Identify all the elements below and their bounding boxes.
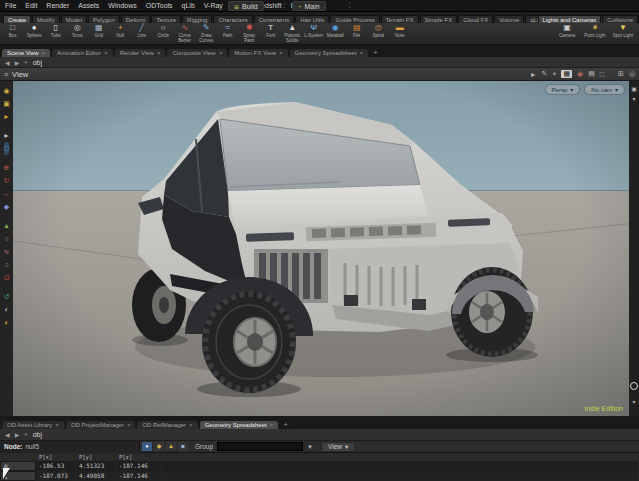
tab-geometry-spreadsheet-bottom[interactable]: Geometry Spreadsheet× (200, 421, 279, 429)
detail-mode-icon[interactable]: ■ (178, 442, 188, 451)
truck-model[interactable] (130, 99, 570, 404)
tab-composite-view[interactable]: Composite View× (167, 49, 227, 57)
box-tool[interactable]: □Box (2, 23, 24, 44)
torus-tool[interactable]: ◎Torus (67, 23, 89, 44)
paint-tool-icon[interactable]: ○ (4, 232, 8, 245)
display-toggle-icon[interactable]: ▣ (631, 84, 637, 94)
back-icon[interactable]: ◀ (5, 59, 10, 66)
note-tool[interactable]: ▬Note (389, 23, 411, 44)
shelf-tab-volume[interactable]: Volume (494, 15, 524, 23)
new-tab-icon[interactable]: + (370, 48, 381, 57)
box-select-icon[interactable]: □ (4, 142, 8, 155)
camera-home-icon[interactable]: ◎ (629, 70, 635, 78)
points-mode-icon[interactable]: ● (142, 442, 152, 451)
close-icon[interactable]: × (157, 50, 161, 56)
select-tool-icon[interactable]: ► (3, 129, 10, 142)
menu-vray[interactable]: V-Ray (204, 2, 223, 9)
grab-tool-icon[interactable]: ◐ (4, 316, 8, 329)
close-icon[interactable]: × (279, 50, 283, 56)
file-tool[interactable]: ▤File (346, 23, 368, 44)
menu-render[interactable]: Render (46, 2, 69, 9)
shelf-tab-simple-fx[interactable]: Simple FX (420, 15, 458, 23)
grid-tool[interactable]: ▦Grid (88, 23, 110, 44)
menu-windows[interactable]: Windows (108, 2, 136, 9)
lsystem-tool[interactable]: ΨL-System (303, 23, 325, 44)
vertices-mode-icon[interactable]: ◆ (154, 442, 164, 451)
spray-paint-tool[interactable]: ✱Spray Paint (239, 23, 261, 44)
magnet-tool-icon[interactable]: Ω (4, 271, 9, 284)
viewport-menu[interactable]: View (12, 70, 28, 79)
close-icon[interactable]: × (219, 50, 223, 56)
pz-column-header[interactable]: P[z] (116, 453, 162, 461)
menu-assets[interactable]: Assets (78, 2, 99, 9)
network-path[interactable]: obj (33, 59, 42, 66)
group-input[interactable] (217, 442, 303, 451)
close-icon[interactable]: × (360, 50, 364, 56)
close-icon[interactable]: × (270, 422, 274, 428)
pen-icon[interactable]: ✎ (542, 70, 548, 78)
shaded-view-icon[interactable]: ▦ (561, 70, 572, 78)
line-tool[interactable]: ╱Line (131, 23, 153, 44)
curve-bezier-tool[interactable]: ∿Curve Bezier (174, 23, 196, 44)
shelf-tab-create[interactable]: Create (3, 15, 31, 23)
shelf-tab-polygon[interactable]: Polygon (88, 15, 120, 23)
spreadsheet-path[interactable]: obj (33, 431, 42, 438)
main-desktop-button[interactable]: + Main (292, 1, 326, 11)
table-row[interactable]: 0 -186.53 4.51323 -187.146 (0, 461, 639, 471)
spot-light-tool[interactable]: ▼Spot Light (609, 23, 637, 45)
font-tool[interactable]: TFont (260, 23, 282, 44)
pane-menu-icon[interactable]: ≡ (4, 71, 8, 78)
tab-render-view[interactable]: Render View× (115, 49, 166, 57)
menu-odtools[interactable]: ODTools (146, 2, 173, 9)
camera-menu[interactable]: No cam ▾ (584, 84, 625, 95)
pin-icon[interactable]: ⌖ (24, 59, 27, 66)
shelf-tab-lights-cameras[interactable]: Lights and Cameras (538, 15, 602, 23)
draw-curves-tool[interactable]: ✎Draw Curves (196, 23, 218, 44)
tab-od-refmanager[interactable]: OD RefManager× (137, 421, 197, 429)
sphere-tool[interactable]: ●Sphere (24, 23, 46, 44)
desktop-build-button[interactable]: ⊞ Build (228, 1, 264, 11)
filter-icon[interactable]: ▼ (307, 444, 313, 450)
shelf-tab-cloud-fx[interactable]: Cloud FX (458, 15, 493, 23)
path-tool[interactable]: ≈Path (217, 23, 239, 44)
snapshot-icon[interactable]: ▣ (3, 97, 10, 110)
render-view-icon[interactable]: ◉ (577, 70, 583, 78)
shelf-tab-modify[interactable]: Modify (32, 15, 60, 23)
select-arrow-icon[interactable]: ► (530, 71, 537, 78)
close-icon[interactable]: × (42, 50, 46, 56)
display-options-icon[interactable]: □ (600, 71, 604, 78)
shelf-tab-characters[interactable]: Characters (213, 15, 252, 23)
tab-motion-fx-view[interactable]: Motion FX View× (229, 49, 287, 57)
tab-od-projectmanager[interactable]: OD ProjectManager× (66, 421, 136, 429)
display-options-button[interactable]: ▾ (629, 382, 639, 408)
tab-od-asset-library[interactable]: OD Asset Library× (2, 421, 64, 429)
shelf-tab-texture[interactable]: Texture (151, 15, 181, 23)
px-column-header[interactable]: P[x] (36, 453, 76, 461)
shelf-tab-deform[interactable]: Deform (121, 15, 151, 23)
comb-tool-icon[interactable]: ∿ (4, 245, 10, 258)
null-tool[interactable]: +Null (110, 23, 132, 44)
metaball-tool[interactable]: ◉Metaball (325, 23, 347, 44)
menu-qlib[interactable]: qLib (182, 2, 195, 9)
shelf-tab-collisions[interactable]: Collisions (602, 15, 638, 23)
primitives-mode-icon[interactable]: ▲ (166, 442, 176, 451)
smooth-tool-icon[interactable]: ○ (4, 258, 8, 271)
view-dropdown-button[interactable]: View ▾ (321, 442, 355, 452)
view-tool-icon[interactable]: ◉ (3, 84, 9, 97)
back-icon[interactable]: ◀ (5, 431, 10, 438)
frame-all-icon[interactable]: ⊞ (618, 70, 624, 78)
close-icon[interactable]: × (127, 422, 131, 428)
shelf-tab-terrain-fx[interactable]: Terrain FX (381, 15, 419, 23)
circle-tool[interactable]: ○Circle (153, 23, 175, 44)
sculpt-tool-icon[interactable]: ▲ (3, 219, 10, 232)
tab-geometry-spreadsheet[interactable]: Geometry Spreadsheet× (290, 49, 369, 57)
forward-icon[interactable]: ▶ (15, 59, 20, 66)
rotate-tool-icon[interactable]: ↻ (4, 174, 10, 187)
material-tool-icon[interactable]: ◐ (4, 303, 8, 316)
menu-edit[interactable]: Edit (25, 2, 37, 9)
forward-icon[interactable]: ▶ (15, 431, 20, 438)
close-icon[interactable]: × (55, 422, 59, 428)
menu-file[interactable]: File (5, 2, 16, 9)
chevron-down-icon[interactable]: ▾ (632, 94, 635, 104)
shelf-tab-hair-utils[interactable]: Hair Utils (295, 15, 329, 23)
